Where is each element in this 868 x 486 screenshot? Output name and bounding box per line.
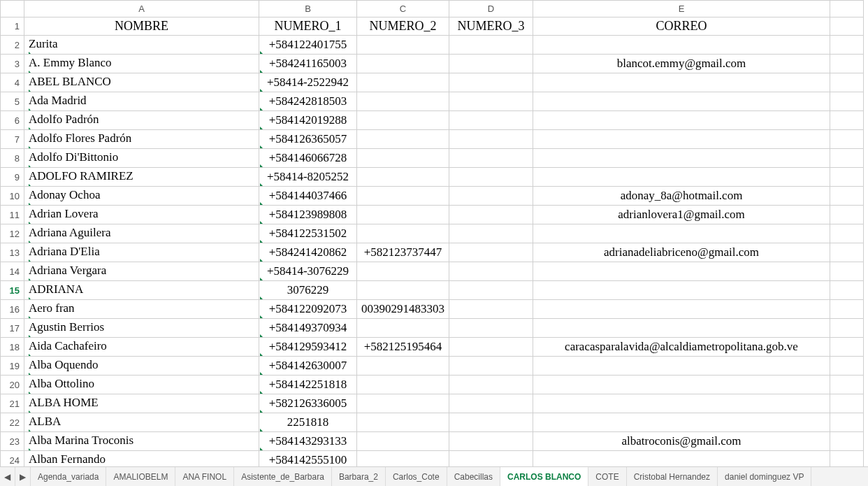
- cell-extra[interactable]: [830, 130, 864, 149]
- cell-correo[interactable]: adonay_8a@hotmail.com: [533, 187, 830, 206]
- cell-numero2[interactable]: [357, 376, 449, 394]
- cell-correo[interactable]: [533, 413, 830, 432]
- cell-extra[interactable]: [830, 413, 864, 432]
- cell-correo[interactable]: adrianlovera1@gmail.com: [533, 206, 830, 224]
- cell-numero3[interactable]: [449, 149, 533, 168]
- cell-numero3[interactable]: [449, 224, 533, 243]
- cell-numero1[interactable]: +584142019288: [259, 111, 357, 130]
- cell-numero1[interactable]: +584122401755: [259, 36, 357, 55]
- cell-numero2[interactable]: [357, 432, 449, 451]
- cell-extra[interactable]: [830, 149, 864, 168]
- cell-numero2[interactable]: [357, 73, 449, 92]
- cell-numero2[interactable]: [357, 55, 449, 73]
- row-number[interactable]: 17: [1, 319, 24, 338]
- cell-numero1[interactable]: 2251818: [259, 413, 357, 432]
- cell-correo[interactable]: [533, 319, 830, 338]
- sheet-tab[interactable]: Carlos_Cote: [386, 467, 447, 486]
- cell-nombre[interactable]: Alba Ottolino: [24, 376, 259, 394]
- cell-nombre[interactable]: ADOLFO RAMIREZ: [24, 168, 259, 187]
- cell-numero3[interactable]: [449, 338, 533, 357]
- cell-correo[interactable]: blancot.emmy@gmail.com: [533, 55, 830, 73]
- cell-numero2[interactable]: [357, 111, 449, 130]
- cell-correo[interactable]: [533, 300, 830, 319]
- cell-extra[interactable]: [830, 111, 864, 130]
- cell-numero1[interactable]: +58414-8205252: [259, 168, 357, 187]
- cell-correo[interactable]: [533, 262, 830, 281]
- cell-nombre[interactable]: Adrian Lovera: [24, 206, 259, 224]
- select-all-corner[interactable]: [1, 1, 24, 17]
- cell-nombre[interactable]: Aida Cachafeiro: [24, 338, 259, 357]
- cell-numero3[interactable]: [449, 376, 533, 394]
- cell-numero3[interactable]: [449, 432, 533, 451]
- sheet-tab[interactable]: daniel dominguez VP: [718, 467, 811, 486]
- sheet-tab[interactable]: Cristobal Hernandez: [627, 467, 718, 486]
- cell-numero3[interactable]: [449, 206, 533, 224]
- col-header-A[interactable]: A: [24, 1, 259, 17]
- cell-numero3[interactable]: [449, 319, 533, 338]
- cell-numero3[interactable]: [449, 92, 533, 111]
- cell-correo[interactable]: caracasparalavida@alcaldiametropolitana.…: [533, 338, 830, 357]
- cell-nombre[interactable]: Adolfo Di'Bittonio: [24, 149, 259, 168]
- cell-nombre[interactable]: Adonay Ochoa: [24, 187, 259, 206]
- cell-numero1[interactable]: +584146066728: [259, 149, 357, 168]
- cell-nombre[interactable]: ABEL BLANCO: [24, 73, 259, 92]
- cell-numero2[interactable]: +582123737447: [357, 243, 449, 262]
- cell-correo[interactable]: [533, 224, 830, 243]
- header-numero2[interactable]: NUMERO_2: [357, 17, 449, 36]
- cell-numero1[interactable]: +584142251818: [259, 376, 357, 394]
- cell-numero2[interactable]: [357, 394, 449, 413]
- cell-extra[interactable]: [830, 92, 864, 111]
- cell-numero3[interactable]: [449, 357, 533, 376]
- row-number[interactable]: 19: [1, 357, 24, 376]
- cell-numero1[interactable]: +58414-3076229: [259, 262, 357, 281]
- cell-extra[interactable]: [830, 300, 864, 319]
- row-number[interactable]: 1: [1, 17, 24, 36]
- cell-numero3[interactable]: [449, 73, 533, 92]
- cell-nombre[interactable]: Aero fran: [24, 300, 259, 319]
- cell-correo[interactable]: [533, 73, 830, 92]
- col-header-extra[interactable]: [830, 1, 864, 17]
- cell-nombre[interactable]: Adolfo Padrón: [24, 111, 259, 130]
- cell-extra[interactable]: [830, 432, 864, 451]
- row-number[interactable]: 4: [1, 73, 24, 92]
- cell-numero1[interactable]: +584241420862: [259, 243, 357, 262]
- cell-extra[interactable]: [830, 394, 864, 413]
- cell-extra[interactable]: [830, 243, 864, 262]
- cell-numero2[interactable]: [357, 168, 449, 187]
- cell-numero1[interactable]: +584126365057: [259, 130, 357, 149]
- sheet-tab[interactable]: COTE: [588, 467, 626, 486]
- row-number[interactable]: 3: [1, 55, 24, 73]
- cell-numero2[interactable]: [357, 92, 449, 111]
- sheet-tab[interactable]: Asistente_de_Barbara: [234, 467, 332, 486]
- col-header-D[interactable]: D: [449, 1, 533, 17]
- sheet-tab[interactable]: CARLOS BLANCO: [500, 467, 588, 486]
- cell-numero2[interactable]: [357, 413, 449, 432]
- cell-correo[interactable]: albatroconis@gmail.com: [533, 432, 830, 451]
- cell-extra[interactable]: [830, 281, 864, 300]
- row-number[interactable]: 21: [1, 394, 24, 413]
- cell-numero1[interactable]: +584143293133: [259, 432, 357, 451]
- cell-numero1[interactable]: +584122531502: [259, 224, 357, 243]
- cell-correo[interactable]: [533, 36, 830, 55]
- cell-numero2[interactable]: [357, 206, 449, 224]
- cell-nombre[interactable]: Alba Marina Troconis: [24, 432, 259, 451]
- cell-extra[interactable]: [830, 262, 864, 281]
- cell-numero1[interactable]: 3076229: [259, 281, 357, 300]
- row-number[interactable]: 23: [1, 432, 24, 451]
- cell-nombre[interactable]: Adriana Vergara: [24, 262, 259, 281]
- cell-correo[interactable]: [533, 281, 830, 300]
- row-number[interactable]: 14: [1, 262, 24, 281]
- cell-nombre[interactable]: ALBA HOME: [24, 394, 259, 413]
- sheet-tab[interactable]: Barbara_2: [332, 467, 386, 486]
- row-number[interactable]: 9: [1, 168, 24, 187]
- cell-numero3[interactable]: [449, 394, 533, 413]
- cell-numero2[interactable]: [357, 149, 449, 168]
- cell-numero1[interactable]: +584142630007: [259, 357, 357, 376]
- cell-numero1[interactable]: +584241165003: [259, 55, 357, 73]
- cell-extra[interactable]: [830, 224, 864, 243]
- row-number[interactable]: 18: [1, 338, 24, 357]
- cell-numero2[interactable]: [357, 36, 449, 55]
- row-number[interactable]: 8: [1, 149, 24, 168]
- cell-numero1[interactable]: +584242818503: [259, 92, 357, 111]
- row-number[interactable]: 2: [1, 36, 24, 55]
